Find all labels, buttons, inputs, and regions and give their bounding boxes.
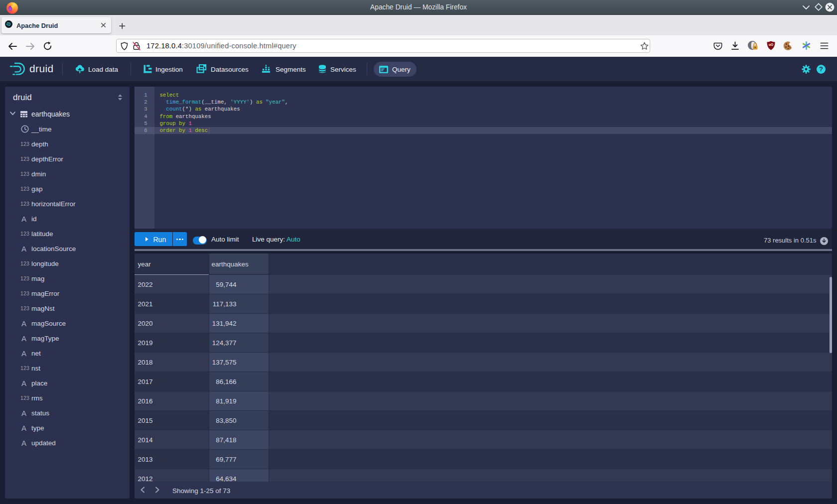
svg-text:uO: uO [769, 43, 773, 46]
